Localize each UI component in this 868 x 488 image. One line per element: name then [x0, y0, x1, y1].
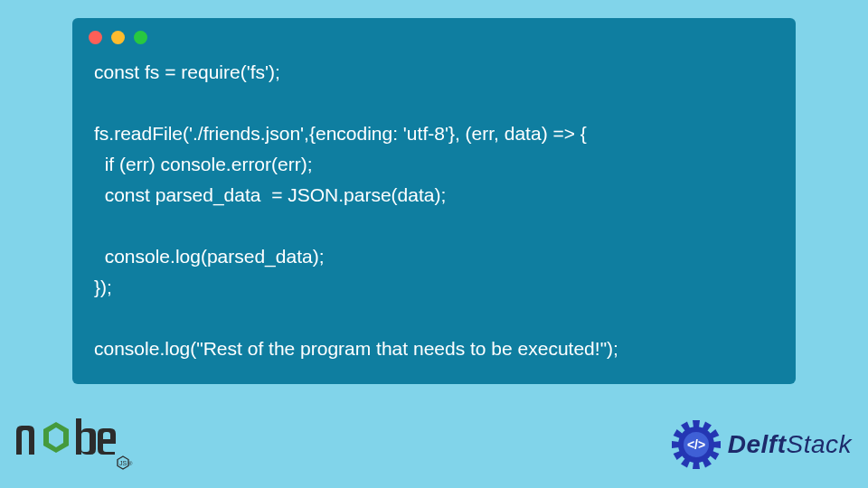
delftstack-logo: </> DelftStack	[670, 418, 852, 471]
stack-light: Stack	[786, 430, 852, 458]
svg-marker-8	[713, 441, 721, 448]
delftstack-text: DelftStack	[728, 430, 852, 459]
node-logo-icon: JS ®	[11, 409, 165, 480]
svg-marker-11	[693, 462, 700, 469]
svg-text:JS: JS	[119, 460, 127, 466]
minimize-icon	[111, 31, 125, 44]
maximize-icon	[134, 31, 147, 44]
svg-marker-5	[693, 420, 700, 427]
delft-bold: Delft	[728, 430, 787, 458]
code-window: const fs = require('fs'); fs.readFile('.…	[72, 18, 796, 384]
svg-marker-14	[672, 441, 679, 448]
svg-text:</>: </>	[687, 437, 705, 452]
node-logo: JS ®	[11, 409, 165, 480]
code-block: const fs = require('fs'); fs.readFile('.…	[72, 53, 796, 371]
svg-text:®: ®	[128, 461, 133, 466]
footer-bar: JS ®	[0, 407, 868, 488]
delftstack-gear-icon: </>	[670, 418, 722, 471]
window-titlebar	[72, 18, 796, 53]
close-icon	[89, 31, 102, 44]
